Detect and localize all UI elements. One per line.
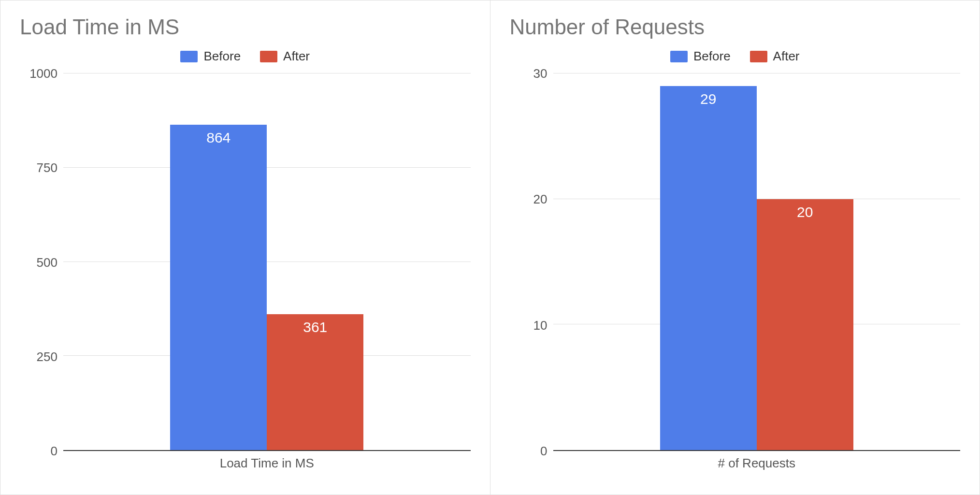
bar-group: 864 361	[170, 73, 363, 450]
plot-area: 0102030 29 20	[510, 73, 961, 451]
legend-swatch-after	[260, 51, 277, 62]
bar-value-before: 29	[700, 91, 716, 107]
bar-value-after: 20	[797, 204, 813, 220]
bars-group-wrap: 864 361	[63, 73, 471, 450]
legend-swatch-before	[180, 51, 198, 62]
y-tick-label: 250	[20, 349, 58, 364]
legend-label-before: Before	[203, 49, 241, 64]
x-axis: # of Requests	[510, 451, 961, 475]
y-tick-label: 750	[20, 160, 58, 175]
legend-label-after: After	[283, 49, 310, 64]
x-axis-label: Load Time in MS	[63, 456, 471, 471]
legend-swatch-before	[670, 51, 688, 62]
plot-area: 02505007501000 864 361	[20, 73, 471, 451]
charts-container: Load Time in MS Before After 02505007501…	[0, 0, 980, 495]
legend-item-after: After	[750, 49, 800, 64]
legend-label-after: After	[773, 49, 800, 64]
grid-and-bars: 29 20	[553, 73, 961, 451]
chart-legend: Before After	[510, 49, 961, 64]
bar-before: 864	[170, 125, 267, 450]
chart-title: Load Time in MS	[20, 15, 471, 39]
x-axis-label: # of Requests	[553, 456, 961, 471]
y-tick-label: 1000	[20, 66, 58, 81]
x-axis: Load Time in MS	[20, 451, 471, 475]
y-axis: 0102030	[510, 73, 553, 451]
bar-before: 29	[660, 86, 757, 450]
y-tick-label: 500	[20, 255, 58, 270]
y-axis: 02505007501000	[20, 73, 63, 451]
y-tick-label: 10	[510, 318, 548, 333]
chart-panel-load-time: Load Time in MS Before After 02505007501…	[0, 0, 490, 495]
bar-after: 20	[757, 199, 853, 450]
legend-item-before: Before	[670, 49, 731, 64]
bar-after: 361	[267, 314, 363, 450]
bar-value-before: 864	[206, 130, 231, 146]
legend-label-before: Before	[693, 49, 731, 64]
bar-group: 29 20	[660, 73, 853, 450]
bar-value-after: 361	[303, 319, 327, 335]
y-tick-label: 0	[510, 444, 548, 459]
chart-legend: Before After	[20, 49, 471, 64]
y-tick-label: 20	[510, 192, 548, 207]
legend-item-after: After	[260, 49, 310, 64]
chart-title: Number of Requests	[510, 15, 961, 39]
legend-swatch-after	[750, 51, 767, 62]
legend-item-before: Before	[180, 49, 241, 64]
grid-and-bars: 864 361	[63, 73, 471, 451]
y-tick-label: 0	[20, 444, 58, 459]
bars-group-wrap: 29 20	[553, 73, 961, 450]
chart-panel-requests: Number of Requests Before After 0102030 …	[490, 0, 980, 495]
y-tick-label: 30	[510, 66, 548, 81]
